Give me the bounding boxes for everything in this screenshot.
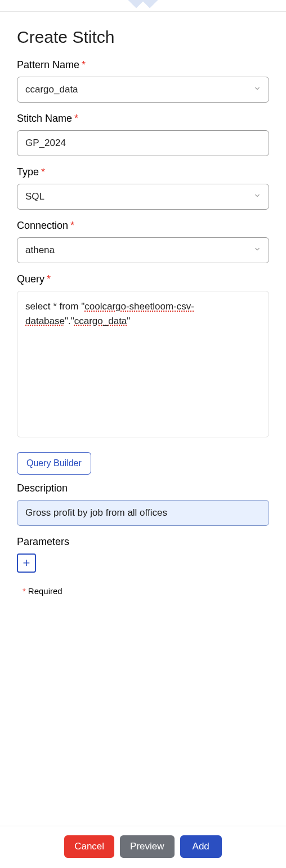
top-logo-decoration [0, 0, 286, 11]
stitch-name-input[interactable] [17, 130, 269, 156]
preview-button[interactable]: Preview [120, 835, 174, 858]
query-label: Query* [17, 273, 269, 285]
page-title: Create Stitch [17, 28, 269, 47]
pattern-name-select[interactable]: ccargo_data [17, 77, 269, 103]
footer-actions: Cancel Preview Add [0, 826, 286, 868]
parameters-label: Parameters [17, 536, 269, 548]
connection-label: Connection* [17, 220, 269, 232]
type-label: Type* [17, 166, 269, 178]
description-input[interactable] [17, 500, 269, 526]
add-parameter-button[interactable]: + [17, 553, 36, 573]
pattern-name-label: Pattern Name* [17, 59, 269, 71]
plus-icon: + [23, 556, 30, 570]
type-select[interactable]: SQL [17, 184, 269, 210]
query-builder-button[interactable]: Query Builder [17, 452, 91, 475]
stitch-name-label: Stitch Name* [17, 113, 269, 125]
connection-select[interactable]: athena [17, 237, 269, 263]
required-note: *Required [23, 586, 269, 596]
add-button[interactable]: Add [180, 835, 222, 858]
description-label: Description [17, 482, 269, 494]
cancel-button[interactable]: Cancel [64, 835, 114, 858]
query-textarea[interactable]: select * from "coolcargo-sheetloom-csv-d… [17, 291, 269, 437]
